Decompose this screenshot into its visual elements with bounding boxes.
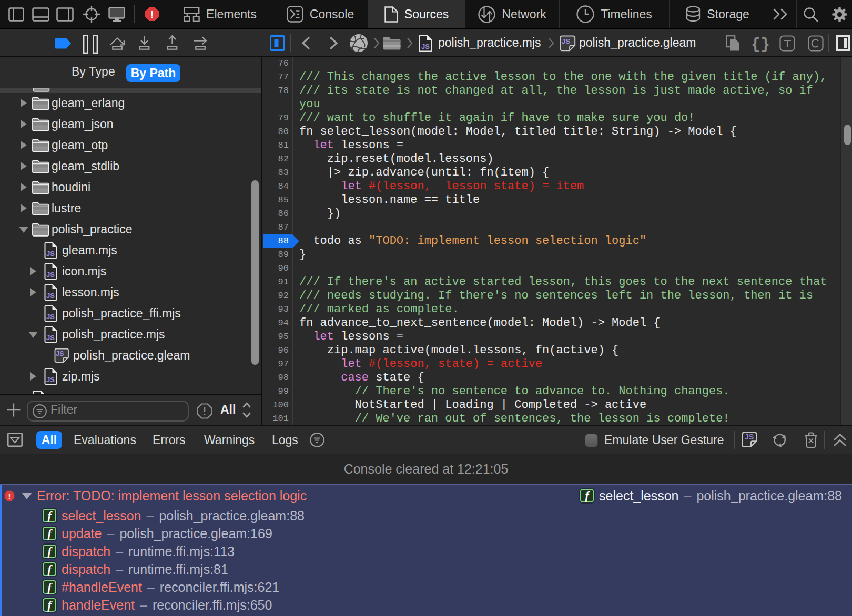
svg-text:JS: JS: [421, 43, 430, 50]
svg-text:JS: JS: [745, 433, 754, 441]
svg-text:JS: JS: [562, 37, 571, 45]
svg-text:JS: JS: [56, 350, 64, 357]
svg-text:!: !: [150, 9, 154, 20]
svg-text:!: !: [8, 492, 11, 500]
